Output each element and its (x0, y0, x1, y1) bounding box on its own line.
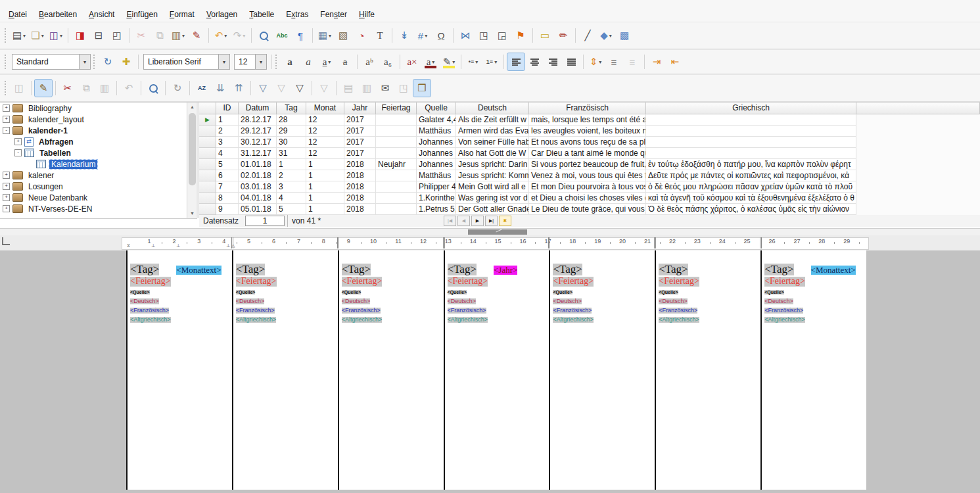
tab-stop-selector[interactable] (2, 237, 10, 245)
tree-item-kalendarium[interactable]: +Kalendarium (0, 158, 187, 170)
refresh-button[interactable]: ↻ (169, 80, 186, 97)
scrollbar-thumb[interactable] (189, 113, 196, 185)
merge-field-quelle[interactable]: <Quelle> (342, 290, 362, 294)
merge-field-quelle[interactable]: <Quelle> (764, 290, 784, 294)
tab-stop-marker[interactable]: ⊥ (151, 243, 155, 248)
mail-merge-button[interactable]: ✉ (377, 80, 394, 97)
cell-französisch[interactable]: Car Dieu a tant aimé le monde qu (529, 148, 646, 159)
margin-marker[interactable]: ⧖ (127, 243, 130, 248)
scrollbar-thumb[interactable] (468, 229, 527, 235)
merge-field-altgriechisch[interactable]: <Altgriechisch> (553, 317, 594, 323)
dropdown-arrow-icon[interactable]: ▾ (79, 55, 90, 69)
cell-feiertag[interactable] (376, 148, 417, 159)
insert-footnote-button[interactable]: ◳ (475, 27, 492, 44)
cell-tag[interactable]: 28 (277, 114, 306, 126)
tree-item-label[interactable]: kalener (26, 171, 56, 180)
edit-data-button[interactable]: ✎ (35, 80, 52, 97)
cell-id[interactable]: 9 (216, 204, 239, 215)
merge-field-tag[interactable]: <Tag> (342, 264, 371, 275)
merge-field-franzoesisch[interactable]: <Französisch> (764, 308, 803, 314)
last-record-button[interactable]: ▶| (485, 216, 498, 226)
cell-griechisch[interactable]: καὶ τὰ ἀγενῆ τοῦ κόσμου καὶ τὰ ἐξουθενημ… (646, 193, 856, 204)
update-style-button[interactable]: ↻ (99, 53, 116, 70)
cell-quelle[interactable]: 1.Petrus 5, (417, 204, 456, 215)
standard-filter-button[interactable]: ▽ (291, 80, 308, 97)
cell-tag[interactable]: 29 (277, 126, 306, 137)
tree-item-label[interactable]: Neue Datenbank (26, 193, 89, 202)
next-record-button[interactable]: ▶ (471, 216, 484, 226)
basic-shapes-button[interactable]: ◆▾ (597, 27, 615, 44)
cell-quelle[interactable]: Matthäus (417, 126, 456, 137)
cell-französisch[interactable]: les aveugles voient, les boiteux ma (529, 126, 646, 137)
row-selector[interactable] (199, 148, 216, 159)
cell-tag[interactable]: 30 (277, 137, 306, 148)
merge-field-jahr[interactable]: <Jahr> (494, 266, 517, 275)
cell-deutsch[interactable]: Armen wird das Eva (456, 126, 529, 137)
sort-descending-button[interactable]: ⇈ (230, 80, 247, 97)
export-pdf-button[interactable]: ◨ (72, 27, 89, 44)
align-center-button[interactable] (526, 53, 543, 70)
bullet-list-button[interactable]: •≡▾ (465, 53, 482, 70)
menu-fenster[interactable]: Fenster (314, 7, 353, 22)
cell-monat[interactable]: 1 (306, 159, 344, 170)
row-selector[interactable] (199, 126, 216, 137)
insert-field-button[interactable]: #▾ (414, 27, 431, 44)
cell-quelle[interactable]: Philipper 4 (417, 181, 456, 193)
text-column-3[interactable]: <Tag><Feiertag><Quelle><Deutsch><Französ… (338, 250, 444, 490)
row-selector-header[interactable] (199, 103, 216, 114)
merge-field-altgriechisch[interactable]: <Altgriechisch> (764, 317, 805, 323)
merge-field-franzoesisch[interactable]: <Französisch> (448, 308, 486, 314)
align-left-button[interactable] (507, 53, 525, 70)
document-page[interactable]: <Tag><Monattext><Feiertag><Quelle><Deuts… (126, 250, 866, 490)
cell-jahr[interactable]: 2017 (344, 137, 376, 148)
column-header-tag[interactable]: Tag (277, 103, 306, 114)
insert-chart-button[interactable]: ◔ (353, 27, 370, 44)
table-row[interactable]: 229.12.1729122017MatthäusArmen wird das … (199, 126, 980, 137)
page-break-button[interactable]: ↡ (396, 27, 413, 44)
table-row[interactable]: 431.12.1731122017JohannesAlso hat Gott d… (199, 148, 980, 159)
dropdown-arrow-icon[interactable]: ▾ (599, 59, 601, 65)
formatting-marks-button[interactable]: ¶ (292, 27, 309, 44)
merge-field-franzoesisch[interactable]: <Französisch> (659, 308, 697, 314)
line-spacing-button[interactable]: ⇕▾ (587, 53, 604, 70)
merge-field-deutsch[interactable]: <Deutsch> (448, 298, 477, 304)
tree-item-label[interactable]: kalender_layout (26, 115, 86, 124)
row-selector[interactable]: ▶ (199, 114, 216, 126)
cell-feiertag[interactable] (376, 181, 417, 193)
cell-quelle[interactable]: 1.Korinthe (417, 193, 456, 204)
merge-field-feiertag[interactable]: <Feiertag> (130, 277, 171, 287)
dropdown-arrow-icon[interactable]: ▾ (182, 33, 185, 39)
cell-monat[interactable]: 1 (306, 193, 344, 204)
font-name-combo[interactable]: Liberation Serif▾ (143, 54, 230, 70)
cell-feiertag[interactable] (376, 126, 417, 137)
cell-jahr[interactable]: 2018 (344, 170, 376, 181)
column-header-datum[interactable]: Datum (239, 103, 277, 114)
cell-griechisch[interactable] (646, 137, 856, 148)
cell-id[interactable]: 3 (216, 137, 239, 148)
cell-feiertag[interactable] (376, 170, 417, 181)
cell-datum[interactable]: 04.01.18 (239, 193, 277, 204)
cell-griechisch[interactable]: Δεῦτε πρός με πάντες οἱ κοπιῶντες καὶ πε… (646, 170, 856, 181)
merge-field-altgriechisch[interactable]: <Altgriechisch> (342, 317, 383, 323)
tab-stop-marker[interactable]: ⊥ (226, 243, 230, 248)
insert-textbox-button[interactable]: T (371, 27, 388, 44)
cell-deutsch[interactable]: Mein Gott wird all e (456, 181, 529, 193)
toolbar-grip[interactable] (4, 55, 7, 69)
insert-line-button[interactable]: ╱ (579, 27, 596, 44)
increase-indent-button[interactable]: ⇥ (648, 53, 665, 70)
print-preview-button[interactable]: ◰ (108, 27, 126, 44)
decrease-indent-button[interactable]: ⇤ (666, 53, 684, 70)
menu-einfgen[interactable]: Einfügen (120, 7, 163, 22)
expand-icon[interactable]: + (3, 194, 10, 201)
merge-field-quelle[interactable]: <Quelle> (448, 290, 467, 294)
tree-item-label[interactable]: Bibliography (26, 104, 74, 113)
insert-table-button[interactable]: ▦▾ (316, 27, 333, 44)
tree-item-neue-datenbank[interactable]: +Neue Datenbank (0, 192, 187, 203)
table-row[interactable]: 703.01.18312018Philipper 4Mein Gott wird… (199, 181, 980, 193)
print-button[interactable]: ⊟ (90, 27, 107, 44)
cell-tag[interactable]: 31 (277, 148, 306, 159)
dropdown-arrow-icon[interactable]: ▾ (475, 59, 478, 65)
paste-button[interactable]: ▥▾ (170, 27, 187, 44)
cell-datum[interactable]: 03.01.18 (239, 181, 277, 193)
italic-button[interactable]: a (300, 53, 317, 70)
